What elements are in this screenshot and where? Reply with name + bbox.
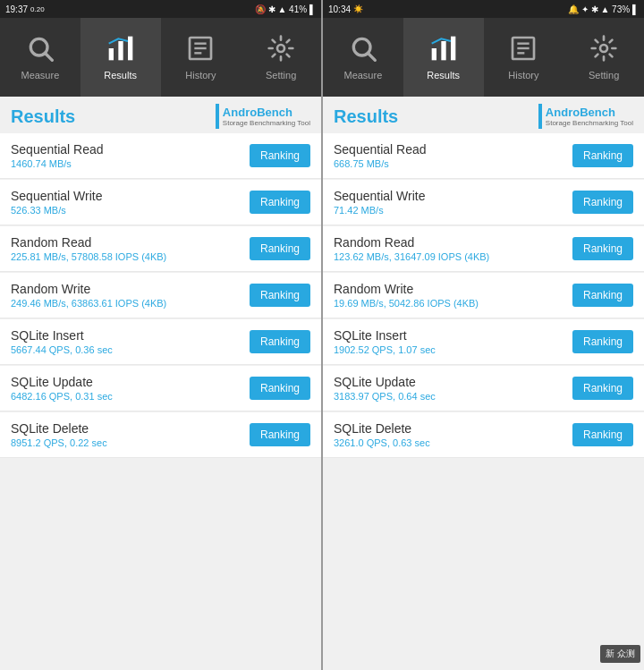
results-header-left: Results AndroBench Storage Benchmarking … [0, 97, 321, 132]
rand-write-name-left: Random Write [11, 282, 250, 296]
sqlite-insert-name-left: SQLite Insert [11, 328, 250, 343]
sqlite-update-name-left: SQLite Update [11, 375, 250, 389]
seq-write-value-left: 526.33 MB/s [11, 205, 250, 216]
androbench-logo-left: AndroBench Storage Benchmarking Tool [216, 104, 310, 129]
result-row-seq-read-right: Sequential Read 668.75 MB/s Ranking [323, 133, 644, 179]
seq-read-ranking-right[interactable]: Ranking [572, 144, 633, 167]
sqlite-insert-value-right: 1902.52 QPS, 1.07 sec [334, 344, 572, 355]
status-bar-left: 19:37 0.20 🔕 ✱ ▲ 41% ▌ [0, 0, 321, 18]
rand-read-name-left: Random Read [11, 235, 250, 250]
nav-setting-left[interactable]: Setting [241, 18, 321, 97]
result-row-rand-read-left: Random Read 225.81 MB/s, 57808.58 IOPS (… [0, 226, 321, 272]
nav-results-label-right: Results [427, 70, 460, 81]
watermark: 新 众测 [600, 645, 640, 663]
sqlite-delete-name-right: SQLite Delete [334, 421, 572, 436]
result-row-sqlite-update-right: SQLite Update 3183.97 QPS, 0.64 sec Rank… [323, 366, 644, 411]
logo-bar-left [216, 104, 219, 129]
nav-setting-right[interactable]: Setting [564, 18, 644, 97]
sqlite-delete-ranking-right[interactable]: Ranking [572, 423, 633, 446]
nav-bar-right: Measure Results History Setting [323, 18, 644, 97]
nav-setting-label-right: Setting [589, 70, 619, 81]
rand-read-ranking-right[interactable]: Ranking [572, 237, 633, 260]
result-row-rand-read-right: Random Read 123.62 MB/s, 31647.09 IOPS (… [323, 226, 644, 272]
sqlite-update-value-right: 3183.97 QPS, 0.64 sec [334, 391, 572, 402]
rand-read-name-right: Random Read [334, 235, 572, 250]
results-header-right: Results AndroBench Storage Benchmarking … [323, 97, 644, 132]
nav-results-left[interactable]: Results [80, 18, 161, 97]
phone-right: 10:34 ☀️ 🔔 ✦ ✱ ▲ 73% ▌ Measure Results H… [323, 0, 644, 670]
content-left: Results AndroBench Storage Benchmarking … [0, 97, 321, 670]
rand-write-value-left: 249.46 MB/s, 63863.61 IOPS (4KB) [11, 298, 250, 309]
rand-write-ranking-left[interactable]: Ranking [250, 284, 310, 307]
svg-rect-14 [451, 37, 455, 61]
sqlite-insert-ranking-right[interactable]: Ranking [572, 330, 633, 353]
result-row-seq-write-left: Sequential Write 526.33 MB/s Ranking [0, 180, 321, 225]
sqlite-insert-ranking-left[interactable]: Ranking [250, 330, 310, 353]
androbench-logo-right: AndroBench Storage Benchmarking Tool [538, 104, 633, 129]
sqlite-delete-value-right: 3261.0 QPS, 0.63 sec [334, 437, 572, 448]
nav-measure-left[interactable]: Measure [0, 18, 80, 97]
svg-point-19 [600, 45, 607, 52]
phone-left: 19:37 0.20 🔕 ✱ ▲ 41% ▌ Measure Results H… [0, 0, 321, 670]
logo-bar-right [538, 104, 542, 129]
nav-history-left[interactable]: History [161, 18, 242, 97]
seq-write-ranking-right[interactable]: Ranking [572, 191, 633, 214]
rand-write-ranking-right[interactable]: Ranking [572, 284, 633, 307]
content-right: Results AndroBench Storage Benchmarking … [323, 97, 644, 670]
svg-rect-3 [118, 41, 123, 60]
seq-read-ranking-left[interactable]: Ranking [250, 144, 310, 167]
nav-results-label-left: Results [104, 70, 137, 81]
status-bar-right: 10:34 ☀️ 🔔 ✦ ✱ ▲ 73% ▌ [323, 0, 644, 18]
nav-history-right[interactable]: History [484, 18, 564, 97]
measure-icon-right [349, 34, 377, 66]
results-title-right: Results [334, 106, 398, 127]
nav-measure-right[interactable]: Measure [323, 18, 403, 97]
sqlite-delete-ranking-left[interactable]: Ranking [250, 423, 310, 446]
seq-write-name-left: Sequential Write [11, 189, 250, 203]
result-row-sqlite-update-left: SQLite Update 6482.16 QPS, 0.31 sec Rank… [0, 366, 321, 411]
svg-line-11 [369, 54, 375, 60]
nav-history-label-left: History [185, 70, 216, 81]
result-row-seq-write-right: Sequential Write 71.42 MB/s Ranking [323, 180, 644, 225]
result-row-sqlite-delete-left: SQLite Delete 8951.2 QPS, 0.22 sec Ranki… [0, 412, 321, 458]
sqlite-insert-value-left: 5667.44 QPS, 0.36 sec [11, 344, 250, 355]
sqlite-delete-value-left: 8951.2 QPS, 0.22 sec [11, 437, 250, 448]
sqlite-update-ranking-right[interactable]: Ranking [572, 377, 633, 400]
status-time-left: 19:37 0.20 [5, 4, 45, 14]
nav-bar-left: Measure Results History Setting [0, 18, 321, 97]
svg-rect-13 [441, 41, 445, 60]
history-icon-left [186, 34, 215, 66]
sqlite-update-ranking-left[interactable]: Ranking [250, 377, 310, 400]
result-row-sqlite-insert-left: SQLite Insert 5667.44 QPS, 0.36 sec Rank… [0, 319, 321, 365]
results-icon-right [429, 34, 458, 66]
sqlite-update-value-left: 6482.16 QPS, 0.31 sec [11, 391, 250, 402]
result-row-rand-write-left: Random Write 249.46 MB/s, 63863.61 IOPS … [0, 273, 321, 318]
nav-measure-label-left: Measure [21, 70, 59, 81]
seq-write-ranking-left[interactable]: Ranking [250, 191, 310, 214]
nav-setting-label-left: Setting [266, 70, 296, 81]
svg-rect-4 [128, 37, 132, 61]
results-icon-left [106, 34, 135, 66]
nav-results-right[interactable]: Results [403, 18, 484, 97]
result-row-rand-write-right: Random Write 19.69 MB/s, 5042.86 IOPS (4… [323, 273, 644, 318]
seq-read-value-right: 668.75 MB/s [334, 158, 572, 169]
nav-measure-label-right: Measure [343, 70, 382, 81]
svg-point-9 [277, 45, 284, 52]
history-icon-right [509, 34, 538, 66]
seq-write-value-right: 71.42 MB/s [334, 205, 572, 216]
rand-read-value-right: 123.62 MB/s, 31647.09 IOPS (4KB) [334, 251, 572, 262]
result-row-sqlite-insert-right: SQLite Insert 1902.52 QPS, 1.07 sec Rank… [323, 319, 644, 365]
rand-write-value-right: 19.69 MB/s, 5042.86 IOPS (4KB) [334, 298, 572, 309]
nav-history-label-right: History [508, 70, 538, 81]
rand-read-ranking-left[interactable]: Ranking [250, 237, 310, 260]
seq-read-value-left: 1460.74 MB/s [11, 158, 250, 169]
rand-read-value-left: 225.81 MB/s, 57808.58 IOPS (4KB) [11, 251, 250, 262]
result-row-sqlite-delete-right: SQLite Delete 3261.0 QPS, 0.63 sec Ranki… [323, 412, 644, 458]
sqlite-delete-name-left: SQLite Delete [11, 421, 250, 436]
seq-read-name-left: Sequential Read [11, 142, 250, 157]
svg-rect-12 [431, 48, 436, 60]
setting-icon-left [267, 34, 295, 66]
result-row-seq-read-left: Sequential Read 1460.74 MB/s Ranking [0, 133, 321, 179]
sqlite-update-name-right: SQLite Update [334, 375, 572, 389]
results-title-left: Results [11, 106, 75, 127]
